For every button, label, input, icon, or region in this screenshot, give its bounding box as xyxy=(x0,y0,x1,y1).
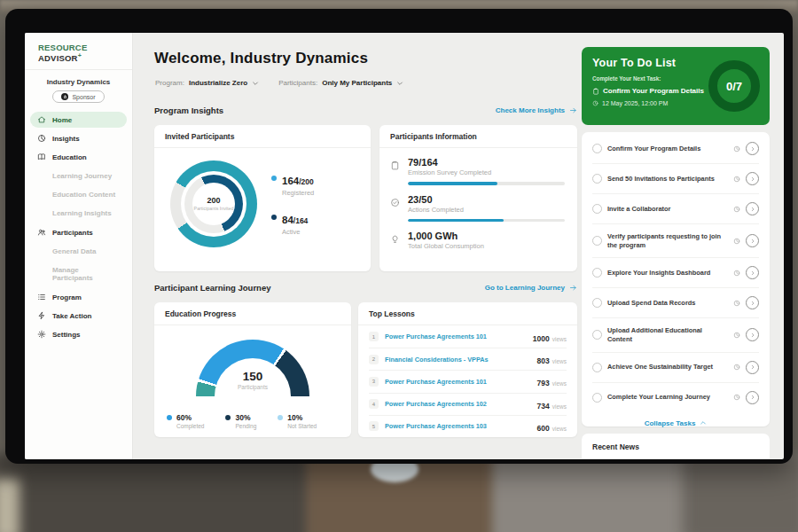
chevron-down-icon xyxy=(252,80,259,87)
lesson-rank: 2 xyxy=(369,355,379,364)
task-open-button[interactable] xyxy=(746,172,759,185)
learning-journey-title: Participant Learning Journey xyxy=(154,283,270,293)
sidebar-item-education-content[interactable]: Education Content xyxy=(30,187,127,202)
invited-center-value: 200 xyxy=(207,196,220,205)
program-filter[interactable]: Program: Industrialize Zero xyxy=(155,79,259,87)
sidebar-item-education[interactable]: Education xyxy=(30,149,127,165)
task-checkbox[interactable] xyxy=(592,144,602,153)
lesson-link[interactable]: Financial Considerations - VPPAs xyxy=(385,356,531,364)
task-checkbox[interactable] xyxy=(592,393,602,403)
global-consumption-label: Total Global Consumption xyxy=(408,242,484,250)
lesson-link[interactable]: Power Purchase Agreements 101 xyxy=(385,378,531,386)
clock-icon xyxy=(733,300,740,307)
background-shadow-right xyxy=(683,454,798,532)
sidebar: RESOURCE ADVISOR+ Industry Dynamics Spon… xyxy=(25,33,133,459)
collapse-tasks-link[interactable]: Collapse Tasks xyxy=(592,412,759,427)
lesson-link[interactable]: Power Purchase Agreements 101 xyxy=(385,332,527,340)
clock-icon xyxy=(733,364,740,371)
lesson-row: 5 Power Purchase Agreements 103 600views xyxy=(369,415,567,437)
task-row: Send 50 Invitations to Participants xyxy=(592,163,759,193)
lightbulb-icon xyxy=(390,234,400,244)
lesson-link[interactable]: Power Purchase Agreements 102 xyxy=(385,400,531,408)
sidebar-item-insights[interactable]: Insights xyxy=(30,130,127,146)
sidebar-item-learning-insights[interactable]: Learning Insights xyxy=(30,206,127,221)
sidebar-item-label: Education Content xyxy=(52,191,115,199)
global-consumption-value: 1,000 GWh xyxy=(408,231,484,241)
program-insights-section-header: Program Insights Check More Insights xyxy=(154,106,577,115)
not-started-dot xyxy=(278,415,283,420)
task-open-button[interactable] xyxy=(746,266,759,279)
sponsor-label: Sponsor xyxy=(72,94,95,100)
go-to-learning-journey-link[interactable]: Go to Learning Journey xyxy=(485,284,577,292)
task-open-button[interactable] xyxy=(746,391,759,404)
task-checkbox[interactable] xyxy=(592,174,602,184)
task-label: Complete Your Learning Journey xyxy=(607,393,728,402)
task-open-button[interactable] xyxy=(746,328,759,341)
chevron-up-icon xyxy=(700,419,707,426)
legend-registered: 164/200 Registered xyxy=(271,172,314,197)
active-label: Active xyxy=(282,228,308,236)
clipboard-icon xyxy=(592,88,599,95)
clock-icon xyxy=(733,238,740,245)
sidebar-item-general-data[interactable]: General Data xyxy=(30,244,127,259)
stat-global-consumption: 1,000 GWh Total Global Consumption xyxy=(390,231,567,250)
sidebar-item-learning-journey[interactable]: Learning Journey xyxy=(30,168,127,184)
chevron-down-icon xyxy=(396,80,403,87)
sidebar-item-program[interactable]: Program xyxy=(30,289,127,305)
emission-survey-label: Emission Survey Completed xyxy=(408,168,491,176)
views-label: views xyxy=(552,336,567,342)
check-more-insights-link[interactable]: Check More Insights xyxy=(496,106,577,114)
task-open-button[interactable] xyxy=(746,202,759,215)
task-checkbox[interactable] xyxy=(592,268,602,278)
views-label: views xyxy=(552,403,567,410)
task-open-button[interactable] xyxy=(746,234,759,247)
participants-information-card: Participants Information 79/164 Emission… xyxy=(379,125,577,271)
task-checkbox[interactable] xyxy=(592,204,602,214)
task-checkbox[interactable] xyxy=(592,363,602,372)
todo-header-card: Your To Do List Complete Your Next Task:… xyxy=(582,47,770,125)
lesson-link[interactable]: Power Purchase Agreements 103 xyxy=(385,422,531,430)
task-checkbox[interactable] xyxy=(592,298,602,308)
participants-filter-value: Only My Participants xyxy=(322,79,392,87)
sidebar-item-settings[interactable]: Settings xyxy=(30,326,127,342)
lesson-row: 3 Power Purchase Agreements 101 793views xyxy=(369,370,567,392)
go-to-learning-journey-label: Go to Learning Journey xyxy=(485,284,565,292)
clipboard-icon xyxy=(390,160,400,170)
dashboard-screen: RESOURCE ADVISOR+ Industry Dynamics Spon… xyxy=(25,33,784,459)
sidebar-item-home[interactable]: Home xyxy=(30,112,127,128)
completed-label: Completed xyxy=(176,423,204,429)
recent-news-title: Recent News xyxy=(582,434,770,459)
sidebar-item-manage-participants[interactable]: Manage Participants xyxy=(30,262,127,286)
todo-progress-value: 0/7 xyxy=(726,80,742,93)
education-gauge-center: 150 Participants xyxy=(154,370,351,390)
sidebar-divider xyxy=(25,69,132,70)
clock-icon xyxy=(592,100,598,106)
check-more-insights-label: Check More Insights xyxy=(496,106,565,114)
sidebar-item-take-action[interactable]: Take Action xyxy=(30,308,127,324)
task-checkbox[interactable] xyxy=(592,236,602,246)
legend-pending: 30% Pending xyxy=(225,413,256,429)
task-open-button[interactable] xyxy=(746,142,759,155)
actions-completed-progress-fill xyxy=(408,219,504,223)
clock-icon xyxy=(733,176,740,183)
participants-filter[interactable]: Participants: Only My Participants xyxy=(278,79,403,87)
task-label: Confirm Your Program Details xyxy=(607,145,728,153)
task-label: Upload Additional Educational Content xyxy=(607,326,728,343)
monitor-bezel: RESOURCE ADVISOR+ Industry Dynamics Spon… xyxy=(5,9,793,464)
sponsor-badge[interactable]: Sponsor xyxy=(52,90,104,103)
not-started-label: Not Started xyxy=(287,423,317,429)
completed-dot xyxy=(167,415,172,420)
collapse-tasks-label: Collapse Tasks xyxy=(645,419,696,427)
registered-total: /200 xyxy=(299,177,314,186)
sidebar-item-participants[interactable]: Participants xyxy=(30,224,127,240)
invited-donut-center: 200 Participants Invited xyxy=(192,183,235,225)
task-checkbox[interactable] xyxy=(592,330,602,340)
not-started-pct: 10% xyxy=(287,413,317,422)
sidebar-item-label: Learning Insights xyxy=(52,209,112,217)
task-open-button[interactable] xyxy=(746,361,759,374)
invited-legend: 164/200 Registered 84/164 Active xyxy=(271,172,314,236)
lesson-views: 600 xyxy=(537,424,550,433)
top-lessons-card: Top Lessons 1 Power Purchase Agreements … xyxy=(358,302,577,437)
task-row: Verify participants requesting to join t… xyxy=(592,223,759,257)
task-open-button[interactable] xyxy=(746,296,759,309)
